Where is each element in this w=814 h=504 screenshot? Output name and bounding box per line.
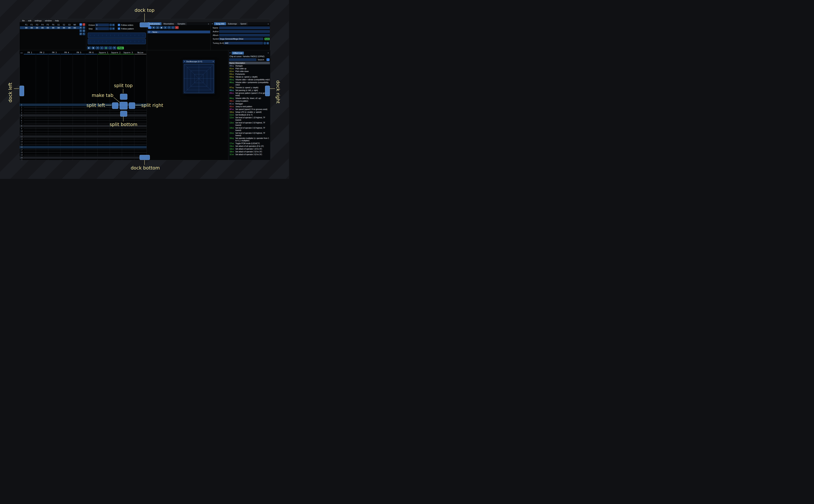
tab-samples[interactable]: Samples [176, 22, 187, 25]
channel-header-fm-6[interactable]: FM 6 [85, 51, 97, 54]
octave-decrement-button[interactable]: - [109, 24, 112, 26]
step-increment-button[interactable]: + [112, 27, 115, 30]
pattern-row[interactable]: 20 [20, 156, 146, 159]
effect-search-input[interactable] [229, 58, 256, 61]
order-cell[interactable]: 00 [67, 27, 72, 29]
instrument-item-none[interactable]: - None - [147, 31, 210, 33]
pattern-row[interactable]: 3 [20, 111, 146, 114]
follow-pattern-checkbox[interactable]: ✓ [118, 27, 120, 30]
play-button[interactable]: ▶ [87, 46, 91, 49]
name-input[interactable] [219, 27, 270, 29]
tab-wavetables[interactable]: Wavetables [162, 22, 175, 25]
order-cell[interactable]: 00 [40, 27, 45, 29]
keyboard-lower-row[interactable] [88, 39, 146, 44]
song-info-close-icon[interactable]: × [267, 23, 269, 25]
record-button[interactable]: ● [104, 46, 108, 49]
instrument-duplicate-button[interactable]: ⧉ [152, 26, 155, 29]
channel-header-fm-2[interactable]: FM 2 [36, 51, 48, 54]
channel-header-fm-3[interactable]: FM 3 [48, 51, 60, 54]
order-add-button[interactable]: + [79, 23, 82, 26]
make-tab-target[interactable] [120, 102, 128, 109]
dock-left-target[interactable] [20, 86, 24, 96]
repeat-pattern-button[interactable]: ↻ [113, 46, 116, 49]
pattern-row[interactable]: 17 [20, 148, 146, 151]
order-cell[interactable]: 00 [45, 27, 50, 29]
dock-bottom-target[interactable] [139, 155, 150, 160]
pattern-expand-button[interactable]: ++ [20, 51, 24, 54]
order-cell[interactable]: 00 [34, 27, 40, 29]
split-top-target[interactable] [120, 94, 127, 100]
pattern-row[interactable]: 19 [20, 154, 146, 156]
order-remove-button[interactable]: − [83, 23, 85, 26]
split-right-target[interactable] [129, 102, 135, 109]
effect-list-close-icon[interactable]: × [267, 52, 269, 54]
order-cell[interactable]: 00 [56, 27, 61, 29]
oscilloscope-collapse-icon[interactable]: ▼ [184, 61, 185, 62]
follow-orders-checkbox[interactable]: ✓ [118, 24, 120, 26]
tab-subsongs[interactable]: Subsongs [226, 22, 238, 25]
order-edit-mode-button[interactable]: ↖ [83, 33, 85, 35]
pattern-row[interactable]: 5 [20, 117, 146, 119]
order-duplicate-button[interactable]: ⧉ [79, 26, 82, 29]
tuning-input[interactable]: 440 [224, 42, 263, 44]
split-left-target[interactable] [112, 102, 118, 109]
pattern-row[interactable]: 4 [20, 114, 146, 117]
octave-input[interactable]: 3 [95, 24, 109, 26]
order-cell[interactable]: 00 [72, 27, 77, 29]
channel-header-square-1[interactable]: Square 1 [97, 51, 109, 54]
song-info-collapse-icon[interactable]: ▼ [212, 23, 213, 25]
order-change-all-button[interactable]: ⇄ [79, 33, 82, 35]
order-cell[interactable]: 00 [29, 27, 34, 29]
pattern-row[interactable]: 18 [20, 151, 146, 154]
order-duplicate-to-end-button[interactable]: ⇊ [83, 29, 85, 32]
pattern-row[interactable]: 14 [20, 141, 146, 143]
pattern-row[interactable]: 10 [20, 130, 146, 132]
instrument-move-up-button[interactable]: ↑ [167, 26, 171, 29]
channel-header-square-2[interactable]: Square 2 [110, 51, 122, 54]
channel-header-noise[interactable]: Noise [134, 51, 146, 54]
author-input[interactable] [219, 30, 270, 33]
keyboard-preview[interactable] [88, 33, 146, 44]
instrument-delete-button[interactable]: × [175, 26, 179, 29]
menu-item-help[interactable]: help [53, 19, 60, 22]
pattern-row[interactable]: 11 [20, 133, 146, 135]
metronome-button[interactable]: ♩ [108, 46, 112, 49]
channel-header-fm-4[interactable]: FM 4 [61, 51, 73, 54]
play-from-cursor-button[interactable]: ◉ [91, 46, 95, 49]
pattern-row[interactable]: 13 [20, 138, 146, 140]
menu-item-settings[interactable]: settings [33, 19, 43, 22]
tab-effect-list[interactable]: Effect List [232, 52, 244, 55]
instruments-close-icon[interactable]: × [207, 23, 209, 25]
order-cell[interactable]: 00 [61, 27, 67, 29]
dock-right-target[interactable] [265, 86, 270, 96]
oscilloscope-close-icon[interactable]: × [213, 60, 214, 63]
tab-speed[interactable]: Speed [239, 22, 248, 25]
tab-song-info[interactable]: Song Info [214, 22, 226, 25]
system-auto-button[interactable]: Auto [264, 38, 270, 40]
channel-header-fm-5[interactable]: FM 5 [73, 51, 85, 54]
split-bottom-target[interactable] [120, 111, 127, 117]
order-cell[interactable]: 00 [24, 27, 29, 29]
pattern-row[interactable]: 21 [20, 159, 146, 160]
pattern-row[interactable]: 12 [20, 135, 146, 138]
menu-item-edit[interactable]: edit [27, 19, 33, 22]
order-move-down-button[interactable]: ∨ [79, 29, 82, 32]
channel-header-square-3[interactable]: Square 3 [122, 51, 134, 54]
octave-increment-button[interactable]: + [112, 24, 115, 26]
effect-list-collapse-icon[interactable]: ▼ [229, 52, 231, 54]
album-input[interactable] [219, 34, 270, 36]
oscilloscope-titlebar[interactable]: ▼ Oscilloscope (X-Y) × [183, 60, 215, 63]
step-down-button[interactable]: ↓ [100, 46, 104, 49]
dock-top-target[interactable] [140, 22, 150, 27]
step-input[interactable]: 1 [95, 27, 109, 30]
pattern-row[interactable]: 15 [20, 143, 146, 146]
instrument-move-down-button[interactable]: ↓ [171, 26, 175, 29]
step-decrement-button[interactable]: - [109, 27, 112, 30]
order-move-up-button[interactable]: ∧ [83, 26, 85, 29]
instrument-save-button[interactable]: ▦ [160, 26, 163, 29]
pattern-row[interactable]: 2 [20, 109, 146, 111]
poly-button[interactable]: Poly [117, 47, 124, 49]
order-cell[interactable]: 00 [50, 27, 56, 29]
effect-menu-button[interactable]: ≡ [266, 58, 269, 61]
menu-item-file[interactable]: file [21, 19, 26, 22]
